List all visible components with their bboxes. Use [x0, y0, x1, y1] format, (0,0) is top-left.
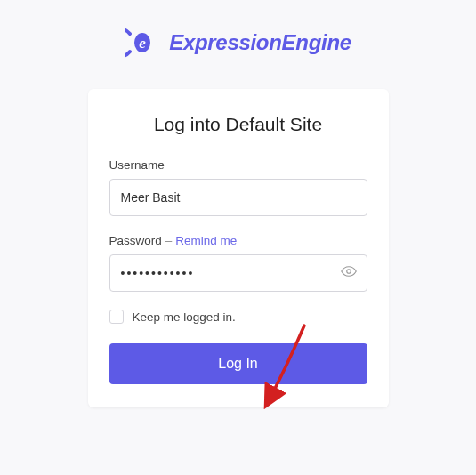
brand-name: ExpressionEngine — [169, 30, 351, 55]
username-field-group: Username — [109, 158, 367, 216]
show-password-icon[interactable] — [341, 263, 357, 283]
remember-checkbox[interactable] — [109, 310, 124, 324]
password-input[interactable] — [109, 254, 367, 292]
username-label: Username — [109, 158, 367, 172]
password-label: Password — [109, 234, 162, 247]
login-card: Log into Default Site Username Password … — [88, 89, 389, 407]
remember-label: Keep me logged in. — [133, 310, 236, 324]
remember-row: Keep me logged in. — [109, 310, 367, 324]
brand-header: e ExpressionEngine — [125, 25, 351, 60]
password-label-row: Password – Remind me — [109, 234, 367, 247]
label-separator: – — [165, 234, 173, 247]
password-field-group: Password – Remind me — [109, 234, 367, 292]
svg-text:e: e — [139, 35, 146, 52]
login-button[interactable]: Log In — [109, 343, 367, 384]
password-input-wrap — [109, 254, 367, 292]
expressionengine-logo-icon: e — [125, 25, 160, 60]
svg-point-2 — [346, 270, 351, 274]
username-input[interactable] — [109, 179, 367, 216]
remind-me-link[interactable]: Remind me — [175, 234, 237, 247]
card-title: Log into Default Site — [109, 114, 367, 135]
